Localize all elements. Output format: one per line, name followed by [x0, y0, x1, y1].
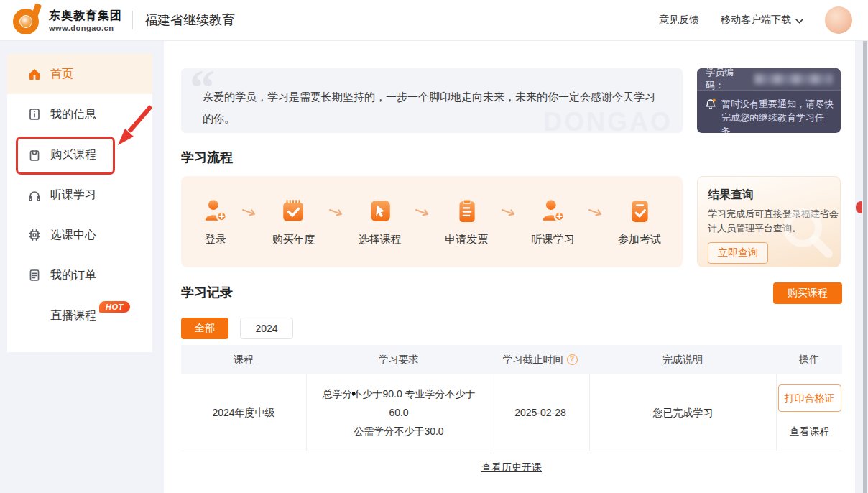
table-header-row: 课程 学习要求 学习截止时间 ? 完成说明 操作	[181, 345, 842, 374]
cell-actions: 打印合格证 查看课程	[776, 374, 842, 451]
sidebar-item-buy-courses[interactable]: 购买课程	[7, 134, 152, 175]
student-code-label: 学员编码：	[706, 68, 750, 92]
avatar[interactable]	[825, 6, 852, 34]
flow-arrow-icon	[415, 207, 432, 220]
records-table: 课程 学习要求 学习截止时间 ? 完成说明 操作 2024年度中级 总学分不少于…	[181, 345, 842, 451]
notice-panel: 学员编码： 暂时没有重要通知，请尽快完成您的继续教育学习任务。	[697, 68, 841, 133]
step-login: 登录	[203, 198, 228, 247]
sidebar-item-label: 直播课程	[50, 308, 96, 323]
step-listen-study: 听课学习	[532, 198, 575, 247]
mouse-cursor	[352, 392, 355, 395]
home-icon	[27, 67, 42, 81]
quote-icon: “	[190, 63, 215, 113]
result-query-panel: 结果查询 学习完成后可直接登录福建省会计人员管理平台查询。 立即查询	[697, 176, 841, 267]
student-code-redacted	[754, 74, 832, 84]
hot-badge: HOT	[99, 301, 130, 313]
view-history-link[interactable]: 查看历史开课	[481, 461, 542, 473]
col-status: 完成说明	[589, 350, 776, 369]
brand-url: www.dongao.cn	[49, 24, 122, 32]
sidebar-item-label: 选课中心	[50, 228, 96, 243]
welcome-quote: “ 亲爱的学员，学习是需要长期坚持的，一步一个脚印地走向未来，未来的你一定会感谢…	[181, 68, 683, 133]
records-tabs: 全部 2024	[181, 318, 293, 339]
step-label: 听课学习	[532, 233, 575, 247]
sidebar-item-course-center[interactable]: 选课中心	[7, 215, 152, 255]
flow-arrow-icon	[588, 207, 605, 220]
main-content: “ 亲爱的学员，学习是需要长期坚持的，一步一个脚印地走向未来，未来的你一定会感谢…	[164, 41, 855, 493]
edge-floating-widget-fragment	[856, 201, 862, 213]
brand-logo[interactable]: 东奥教育集团 www.dongao.cn	[11, 2, 122, 38]
notice-message: 暂时没有重要通知，请尽快完成您的继续教育学习任务。	[721, 97, 834, 133]
sidebar: 首页 我的信息 购买课程 听课学习 选课中心 我的订单 直播课程 HOT	[7, 54, 152, 352]
sidebar-item-label: 听课学习	[50, 188, 96, 203]
vertical-scrollbar[interactable]	[863, 41, 867, 493]
sidebar-item-label: 我的信息	[50, 107, 96, 122]
buy-courses-button[interactable]: 购买课程	[773, 282, 842, 304]
mobile-download-label: 移动客户端下载	[721, 14, 791, 27]
help-icon[interactable]: ?	[567, 354, 578, 365]
sidebar-item-my-orders[interactable]: 我的订单	[7, 255, 152, 295]
sidebar-item-home[interactable]: 首页	[7, 54, 152, 94]
brand-name: 东奥教育集团	[49, 9, 122, 24]
result-query-title: 结果查询	[708, 188, 834, 203]
chip-icon	[27, 228, 42, 242]
sidebar-item-label: 我的订单	[50, 268, 96, 283]
cell-course: 2024年度中级	[181, 374, 306, 451]
col-deadline-label: 学习截止时间	[503, 350, 563, 369]
header-divider	[132, 11, 133, 29]
step-invoice: 申请发票	[445, 198, 488, 247]
col-course: 课程	[181, 350, 306, 369]
step-label: 购买年度	[272, 233, 315, 247]
feedback-link[interactable]: 意见反馈	[659, 14, 699, 27]
query-now-button[interactable]: 立即查询	[708, 242, 768, 264]
table-row: 2024年度中级 总学分不少于90.0 专业学分不少于60.0 公需学分不少于3…	[181, 374, 842, 451]
invoice-icon	[453, 198, 479, 226]
tab-2024[interactable]: 2024	[240, 318, 293, 339]
step-select-course: 选择课程	[359, 198, 402, 247]
flow-arrow-icon	[241, 207, 259, 220]
sidebar-item-my-info[interactable]: 我的信息	[7, 94, 152, 134]
user-plus-icon	[203, 198, 228, 226]
cell-status: 您已完成学习	[589, 374, 776, 451]
col-deadline: 学习截止时间 ?	[491, 350, 589, 369]
requirement-line2: 公需学分不少于30.0	[354, 422, 443, 441]
step-label: 登录	[205, 233, 226, 247]
calendar-check-icon	[280, 198, 306, 226]
order-list-icon	[27, 268, 42, 282]
exam-check-icon	[627, 198, 652, 226]
cell-requirement: 总学分不少于90.0 专业学分不少于60.0 公需学分不少于30.0	[306, 374, 491, 451]
sidebar-item-label: 首页	[50, 67, 73, 82]
portal-title: 福建省继续教育	[144, 11, 235, 29]
tab-all[interactable]: 全部	[181, 318, 228, 339]
records-title: 学习记录	[181, 284, 233, 301]
mobile-download-menu[interactable]: 移动客户端下载	[721, 14, 803, 27]
step-label: 申请发票	[445, 233, 488, 247]
print-certificate-button[interactable]: 打印合格证	[778, 384, 841, 412]
bell-icon	[704, 97, 717, 133]
view-course-link[interactable]: 查看课程	[790, 422, 830, 441]
requirement-line1: 总学分不少于90.0 专业学分不少于60.0	[313, 384, 485, 422]
step-exam: 参加考试	[618, 198, 661, 247]
step-label: 参加考试	[618, 233, 661, 247]
shopping-bag-icon	[27, 147, 42, 162]
learning-process-panel: 登录 购买年度 选择课程 申请发票 听课学习	[181, 176, 683, 267]
sidebar-item-live-courses[interactable]: 直播课程 HOT	[7, 295, 152, 336]
dongao-watermark: DONGAO	[543, 111, 673, 133]
step-label: 选择课程	[359, 233, 402, 247]
col-actions: 操作	[776, 350, 842, 369]
search-watermark-icon	[777, 202, 839, 267]
cursor-select-icon	[367, 198, 393, 226]
user-plus-icon	[540, 198, 566, 226]
history-link-row: 查看历史开课	[181, 461, 842, 474]
cell-deadline: 2025-02-28	[491, 374, 589, 451]
sidebar-item-listen-study[interactable]: 听课学习	[7, 175, 152, 215]
flow-arrow-icon	[328, 207, 346, 220]
info-doc-icon	[27, 107, 42, 121]
process-title: 学习流程	[181, 149, 233, 166]
sidebar-item-label: 购买课程	[50, 147, 96, 162]
step-buy-year: 购买年度	[272, 198, 315, 247]
top-header: 东奥教育集团 www.dongao.cn 福建省继续教育 意见反馈 移动客户端下…	[0, 0, 868, 41]
chevron-down-icon	[795, 14, 803, 26]
flow-arrow-icon	[501, 207, 518, 220]
dongao-logo-icon	[11, 2, 43, 38]
col-requirement: 学习要求	[306, 350, 491, 369]
